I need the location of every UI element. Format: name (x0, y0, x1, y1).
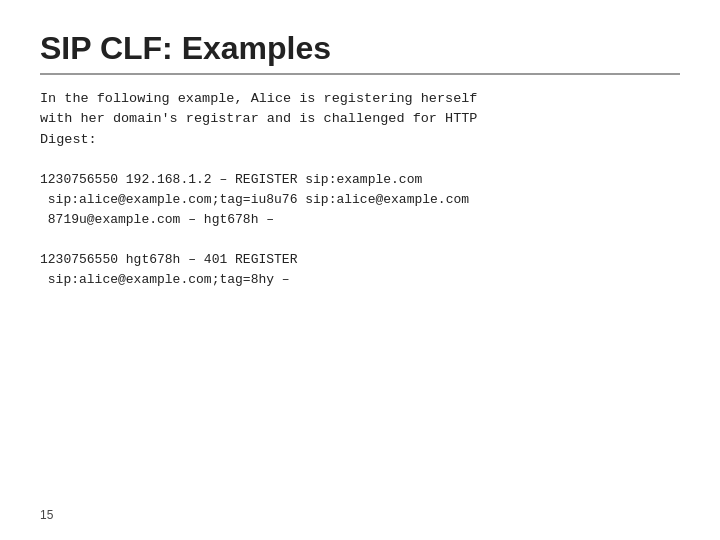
intro-paragraph: In the following example, Alice is regis… (40, 89, 680, 150)
slide-container: SIP CLF: Examples In the following examp… (0, 0, 720, 540)
code-block-1: 1230756550 192.168.1.2 – REGISTER sip:ex… (40, 170, 680, 230)
slide-title: SIP CLF: Examples (40, 30, 680, 67)
code-block-2: 1230756550 hgt678h – 401 REGISTER sip:al… (40, 250, 680, 290)
title-underline (40, 73, 680, 75)
title-section: SIP CLF: Examples (40, 30, 680, 75)
page-number: 15 (40, 508, 53, 522)
